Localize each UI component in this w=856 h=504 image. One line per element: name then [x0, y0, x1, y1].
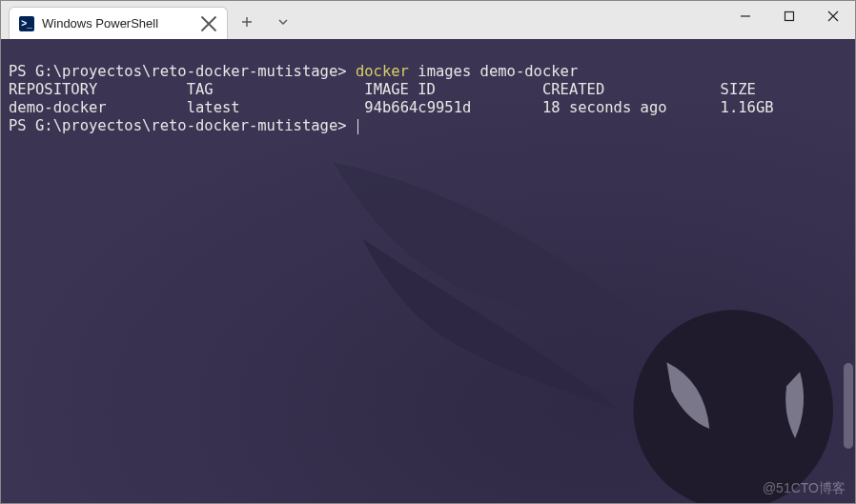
- svg-point-2: [634, 310, 834, 503]
- chevron-down-icon: [277, 16, 289, 28]
- tab-close-button[interactable]: [200, 15, 217, 32]
- terminal-output: PS G:\proyectos\reto-docker-mutistage> d…: [1, 39, 855, 159]
- powershell-icon: >_: [19, 16, 34, 31]
- prompt-line-1: PS G:\proyectos\reto-docker-mutistage>: [9, 63, 347, 80]
- new-tab-button[interactable]: [234, 9, 260, 35]
- col-header-size: SIZE: [721, 81, 756, 98]
- scrollbar-thumb[interactable]: [844, 363, 853, 449]
- terminal-pane[interactable]: PS G:\proyectos\reto-docker-mutistage> d…: [1, 39, 855, 503]
- cell-tag: latest: [187, 99, 240, 116]
- col-header-image-id: IMAGE ID: [364, 81, 436, 98]
- minimize-icon: [740, 10, 751, 22]
- plus-icon: [241, 16, 253, 28]
- cell-repository: demo-docker: [9, 99, 107, 116]
- close-button[interactable]: [811, 1, 855, 31]
- cell-image-id: 94b664c9951d: [364, 99, 471, 116]
- tab-actions: [228, 7, 302, 39]
- prompt-line-2: PS G:\proyectos\reto-docker-mutistage>: [9, 117, 347, 134]
- col-header-created: CREATED: [542, 81, 604, 98]
- close-icon: [200, 15, 217, 32]
- window-controls: [724, 1, 855, 31]
- cursor: [357, 119, 358, 134]
- tab-powershell[interactable]: >_ Windows PowerShell: [9, 7, 228, 39]
- svg-rect-0: [785, 12, 794, 21]
- minimize-button[interactable]: [724, 1, 767, 31]
- close-icon: [827, 10, 839, 22]
- col-header-tag: TAG: [187, 81, 214, 98]
- maximize-button[interactable]: [767, 1, 811, 31]
- cell-size: 1.16GB: [721, 99, 774, 116]
- maximize-icon: [784, 10, 795, 22]
- command-name: docker: [356, 63, 409, 80]
- window-frame: >_ Windows PowerShell: [0, 0, 856, 504]
- tab-dropdown-button[interactable]: [270, 9, 296, 35]
- titlebar: >_ Windows PowerShell: [1, 1, 855, 39]
- tab-title: Windows PowerShell: [42, 16, 193, 30]
- watermark: @51CTO博客: [763, 479, 846, 497]
- command-args: images demo-docker: [418, 63, 578, 80]
- cell-created: 18 seconds ago: [542, 99, 667, 116]
- col-header-repository: REPOSITORY: [9, 81, 97, 98]
